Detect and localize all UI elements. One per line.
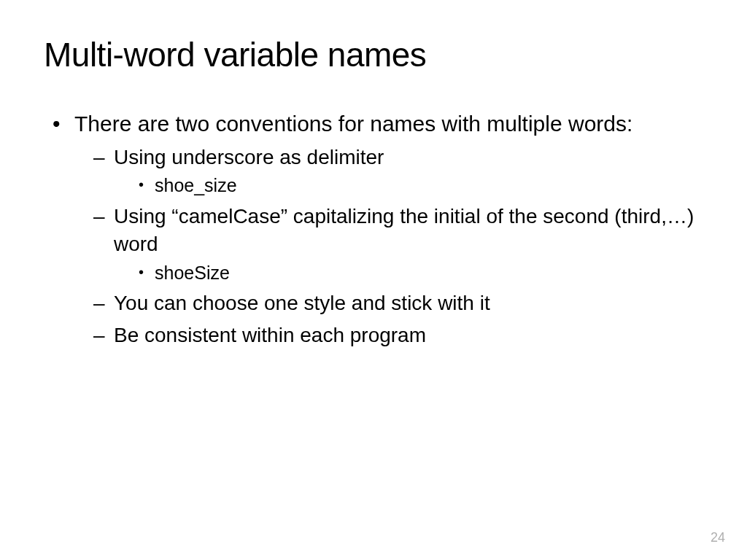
bullet-sub3-text: You can choose one style and stick with … [114,292,490,314]
bullet-sub2-text: Using “camelCase” capitalizing the initi… [114,205,694,255]
bullet-sub1-example-text: shoe_size [155,175,237,195]
bullet-sub4: Be consistent within each program [88,322,703,349]
slide-container: Multi-word variable names There are two … [0,0,747,560]
slide-content: There are two conventions for names with… [44,109,703,349]
bullet-list-level3-a: shoe_size [114,174,703,198]
bullet-list-level3-b: shoeSize [114,261,703,286]
bullet-sub1-text: Using underscore as delimiter [114,146,384,168]
bullet-list-level2: Using underscore as delimiter shoe_size … [74,144,703,349]
bullet-sub2-example-text: shoeSize [155,262,230,283]
bullet-list-level1: There are two conventions for names with… [44,109,703,349]
page-number: 24 [711,530,725,545]
bullet-sub4-text: Be consistent within each program [114,324,426,346]
slide-title: Multi-word variable names [44,35,703,74]
bullet-sub3: You can choose one style and stick with … [88,289,703,317]
bullet-sub2: Using “camelCase” capitalizing the initi… [88,203,703,285]
bullet-main-text: There are two conventions for names with… [74,112,632,136]
bullet-sub2-example: shoeSize [134,261,703,286]
bullet-main: There are two conventions for names with… [44,109,703,349]
bullet-sub1: Using underscore as delimiter shoe_size [88,144,703,199]
bullet-sub1-example: shoe_size [134,174,703,198]
